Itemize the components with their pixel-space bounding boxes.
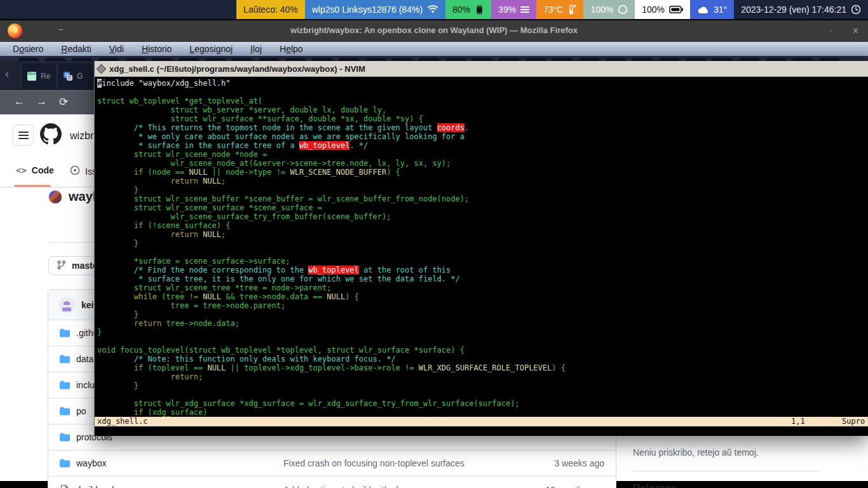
file-name[interactable]: waybox xyxy=(76,458,106,468)
back-button[interactable]: ← xyxy=(14,95,25,108)
code-line: struct wlr_scene_tree *tree = node->pare… xyxy=(97,283,566,292)
terminal-screen[interactable]: #include "waybox/xdg_shell.h" struct wb_… xyxy=(95,77,868,436)
volume-label: Laŭteco: 40% xyxy=(243,4,298,15)
commit-message[interactable]: Fixed crash on focusing non-toplevel sur… xyxy=(283,458,528,468)
file-name[interactable]: .build.yml xyxy=(76,485,114,488)
thermometer-icon xyxy=(567,4,576,15)
code-line: struct wb_toplevel *get_toplevel_at( xyxy=(97,97,566,105)
menu-item[interactable]: Redakti xyxy=(55,44,97,54)
wifi-icon xyxy=(427,5,438,14)
firefox-menubar: DosieroRedaktiVidiHistorioLegosignojIloj… xyxy=(0,42,868,56)
code-line xyxy=(97,337,566,346)
clock-label: 2023-12-29 (ven) 17:46:21 xyxy=(741,4,846,15)
vim-icon xyxy=(97,64,107,74)
statusline-filename: xdg_shell.c xyxy=(97,417,147,426)
tab-scroll-left-icon[interactable]: ‹ xyxy=(5,67,9,81)
browser-tab[interactable]: REVORe xyxy=(21,62,57,89)
commit-message[interactable]: Added actions to build with clang xyxy=(283,485,528,488)
battery-label: 100% xyxy=(642,4,665,15)
code-line: struct wlr_xdg_surface *xdg_surface = wl… xyxy=(97,399,566,408)
folder-icon xyxy=(60,432,70,442)
tab-label: G xyxy=(77,72,83,81)
menu-item[interactable]: Helpo xyxy=(273,44,309,54)
file-row[interactable]: .build.ymlAdded actions to build with cl… xyxy=(48,477,616,488)
active-tab-underline xyxy=(14,185,51,187)
code-line: tree = tree->node.parent; xyxy=(97,301,566,310)
network-indicator[interactable]: wlp2s0 Linksys12876 (84%) xyxy=(305,0,445,19)
code-line: * surface in the surface tree of a wb_to… xyxy=(97,141,566,150)
temperature-indicator[interactable]: 73°C xyxy=(536,0,583,19)
nvim-titlebar[interactable]: xdg_shell.c (~/Elŝutoj/programs/wayland/… xyxy=(95,61,868,77)
browser-tab[interactable]: G文G xyxy=(57,62,93,89)
volume-indicator[interactable]: Laŭteco: 40% xyxy=(236,0,305,19)
menu-item[interactable]: Iloj xyxy=(244,44,268,54)
folder-icon xyxy=(60,458,70,468)
network-label: wlp2s0 Linksys12876 (84%) xyxy=(312,4,423,15)
menu-item[interactable]: Legosignoj xyxy=(183,44,239,54)
weather-indicator[interactable]: 31° xyxy=(690,0,734,19)
reload-button[interactable]: ⟳ xyxy=(59,95,68,109)
releases-heading[interactable]: Releases xyxy=(633,483,677,488)
code-line: } xyxy=(97,186,566,194)
code-line: wlr_scene_node_at(&server->scene->tree.n… xyxy=(97,159,566,168)
disk-label: 100% xyxy=(590,4,613,15)
code-line xyxy=(97,88,566,97)
firefox-titlebar[interactable]: – wizbright/waybox: An openbox clone on … xyxy=(0,20,868,42)
code-icon: <> xyxy=(16,165,27,175)
code-line: /* This returns the topmost node in the … xyxy=(97,123,566,132)
forward-button[interactable]: → xyxy=(36,95,47,108)
hamburger-menu-button[interactable] xyxy=(13,125,34,146)
tab-label: Re xyxy=(41,72,50,81)
file-row[interactable]: wayboxFixed crash on focusing non-toplev… xyxy=(48,451,616,477)
memory-indicator[interactable]: 80% xyxy=(445,0,491,19)
cpu-indicator[interactable]: 39% xyxy=(491,0,536,19)
code-line: return NULL; xyxy=(97,230,566,239)
branch-icon xyxy=(57,260,67,272)
bars-icon xyxy=(520,6,529,13)
revo-favicon-icon: REVO xyxy=(27,72,36,81)
code-line: /* Find the node corresponding to the wb… xyxy=(97,266,566,274)
code-line: * surface tree, it is the only one for w… xyxy=(97,274,566,283)
file-name[interactable]: data xyxy=(76,354,93,364)
nvim-terminal-window[interactable]: xdg_shell.c (~/Elŝutoj/programs/wayland/… xyxy=(94,61,868,436)
maximize-button[interactable]: ▫ xyxy=(830,27,832,34)
disk-indicator[interactable]: 100% xyxy=(583,0,635,19)
code-line: * we only care about surface nodes as we… xyxy=(97,132,566,141)
cloud-icon xyxy=(697,6,709,14)
code-line xyxy=(97,390,566,399)
commit-age: 3 weeks ago xyxy=(528,458,616,468)
code-line: *surface = scene_surface->surface; xyxy=(97,257,566,266)
code-line: return NULL; xyxy=(97,177,566,186)
commit-age: 10 months ago xyxy=(528,485,616,488)
menu-item[interactable]: Vidi xyxy=(103,44,130,54)
clock-indicator[interactable]: 2023-12-29 (ven) 17:46:21 xyxy=(734,0,868,19)
code-area: #include "waybox/xdg_shell.h" struct wb_… xyxy=(97,79,566,417)
vim-statusline: xdg_shell.c 1,1 Supro xyxy=(95,417,868,426)
repo-owner-avatar[interactable] xyxy=(48,190,62,204)
folder-icon xyxy=(60,354,70,364)
nvim-window-title: xdg_shell.c (~/Elŝutoj/programs/wayland/… xyxy=(109,64,365,74)
menu-item[interactable]: Dosiero xyxy=(6,44,50,54)
code-line: if (xdg_surface) xyxy=(97,408,566,417)
issue-icon xyxy=(70,165,80,177)
file-name[interactable]: po xyxy=(76,406,86,416)
folder-icon xyxy=(60,328,70,338)
github-logo-icon[interactable] xyxy=(40,123,62,147)
code-line: while (tree != NULL && tree->node.data =… xyxy=(97,292,566,301)
close-button[interactable]: ✕ xyxy=(852,26,859,36)
committer-avatar[interactable] xyxy=(58,297,75,313)
chip-icon xyxy=(475,5,484,15)
code-line: } xyxy=(97,239,566,248)
temperature-label: 73°C xyxy=(543,4,563,15)
code-line: if (node == NULL || node->type != WLR_SC… xyxy=(97,168,566,177)
menu-item[interactable]: Historio xyxy=(135,44,178,54)
tab-code[interactable]: <> Code xyxy=(16,165,54,175)
code-line xyxy=(97,248,566,257)
code-line: } xyxy=(97,310,566,319)
code-line: struct wlr_surface **surface, double *sx… xyxy=(97,114,566,123)
folder-icon xyxy=(60,380,70,390)
window-title: wizbright/waybox: An openbox clone on Wa… xyxy=(0,25,868,35)
statusline-scroll-position: Supro xyxy=(842,417,865,426)
battery-indicator[interactable]: 100% xyxy=(635,0,690,19)
memory-label: 80% xyxy=(452,4,470,15)
